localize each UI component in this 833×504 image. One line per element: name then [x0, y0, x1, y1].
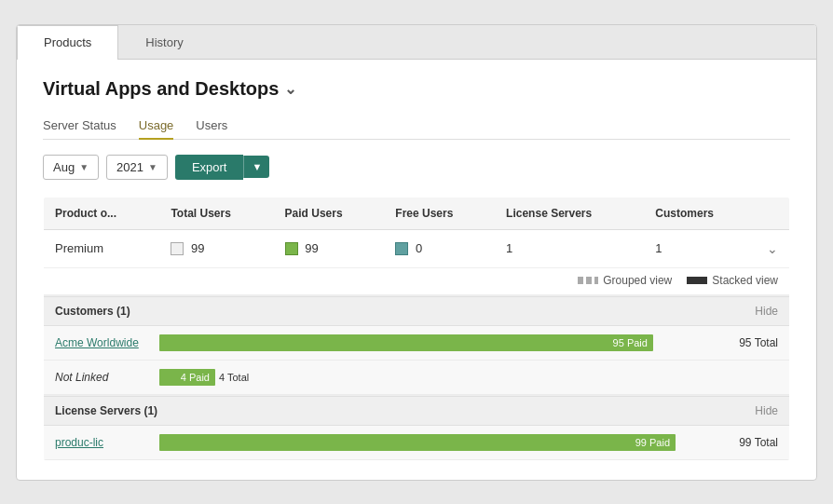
year-dropdown[interactable]: 2021 ▼ [106, 155, 168, 180]
export-button[interactable]: Export [175, 155, 244, 180]
view-toggles-row: Grouped view Stacked view [44, 267, 790, 295]
customer-acme-link[interactable]: Acme Worldwide [55, 336, 148, 349]
license-row-produc: produc-lic 99 Paid 99 Total [44, 426, 789, 460]
cell-license-servers: 1 [495, 229, 644, 267]
license-section-title: License Servers (1) [55, 404, 157, 417]
stacked-view-label: Stacked view [712, 274, 778, 287]
col-paid-users: Paid Users [274, 197, 385, 229]
grouped-view-label: Grouped view [603, 274, 672, 287]
acme-bar: 95 Paid [159, 334, 653, 351]
year-value: 2021 [116, 160, 143, 174]
acme-bar-label: 95 Paid [613, 337, 648, 348]
content-area: Virtual Apps and Desktops ⌄ Server Statu… [17, 60, 816, 480]
not-linked-bar-container: 4 Paid 4 Total [159, 367, 778, 388]
col-product: Product o... [44, 197, 160, 229]
usage-table: Product o... Total Users Paid Users Free… [43, 197, 790, 461]
produc-total: 99 Total [739, 436, 778, 449]
main-window: Products History Virtual Apps and Deskto… [16, 24, 817, 481]
row-expand-icon[interactable]: ⌄ [767, 241, 778, 256]
col-expand [756, 197, 790, 229]
license-section: License Servers (1) Hide produc-lic 99 P… [44, 396, 789, 460]
top-tab-bar: Products History [17, 25, 816, 60]
view-toggles: Grouped view Stacked view [44, 268, 789, 295]
customer-row-not-linked: Not Linked 4 Paid 4 Total [44, 361, 789, 395]
license-produc-link[interactable]: produc-lic [55, 436, 148, 449]
not-linked-bar: 4 Paid [159, 369, 215, 386]
license-section-row: License Servers (1) Hide produc-lic 99 P… [44, 395, 790, 460]
license-section-header: License Servers (1) Hide [44, 396, 789, 426]
acme-bar-container: 95 Paid [159, 333, 720, 353]
produc-bar: 99 Paid [159, 434, 676, 451]
tab-products[interactable]: Products [17, 25, 118, 60]
col-customers: Customers [644, 197, 756, 229]
not-linked-total: 4 Total [219, 372, 249, 383]
not-linked-bar-label: 4 Paid [181, 372, 210, 383]
table-header-row: Product o... Total Users Paid Users Free… [44, 197, 790, 229]
col-license-servers: License Servers [495, 197, 644, 229]
page-title: Virtual Apps and Desktops [43, 78, 279, 100]
col-free-users: Free Users [384, 197, 495, 229]
tab-history[interactable]: History [118, 25, 210, 59]
page-title-chevron-icon[interactable]: ⌄ [284, 80, 296, 98]
month-chevron-icon: ▼ [79, 162, 89, 172]
total-users-icon [171, 242, 184, 255]
customer-row-acme: Acme Worldwide 95 Paid 95 Total [44, 326, 789, 361]
tab-usage[interactable]: Usage [139, 113, 174, 140]
grouped-view-icon [578, 277, 598, 284]
acme-total: 95 Total [739, 336, 778, 349]
stacked-view-icon [687, 277, 707, 284]
page-title-row: Virtual Apps and Desktops ⌄ [43, 78, 790, 100]
tab-server-status[interactable]: Server Status [43, 113, 116, 140]
cell-expand[interactable]: ⌄ [756, 229, 790, 267]
license-hide-link[interactable]: Hide [755, 404, 778, 417]
customers-section: Customers (1) Hide Acme Worldwide 95 Pai… [44, 296, 789, 395]
customers-section-header: Customers (1) Hide [44, 296, 789, 326]
month-dropdown[interactable]: Aug ▼ [43, 155, 99, 180]
toolbar: Aug ▼ 2021 ▼ Export ▼ [43, 155, 790, 180]
customer-not-linked-label: Not Linked [55, 371, 148, 384]
sub-tab-bar: Server Status Usage Users [43, 113, 790, 140]
month-value: Aug [53, 160, 75, 174]
cell-paid-users: 99 [274, 229, 385, 267]
tab-users[interactable]: Users [196, 113, 227, 140]
grouped-view-toggle[interactable]: Grouped view [578, 274, 672, 287]
export-dropdown-button[interactable]: ▼ [243, 156, 269, 178]
export-group: Export ▼ [175, 155, 269, 180]
customers-section-title: Customers (1) [55, 305, 130, 318]
col-total-users: Total Users [159, 197, 273, 229]
customers-section-row: Customers (1) Hide Acme Worldwide 95 Pai… [44, 295, 790, 395]
paid-users-icon [285, 242, 298, 255]
free-users-icon [395, 242, 408, 255]
cell-product: Premium [44, 229, 160, 267]
stacked-view-toggle[interactable]: Stacked view [687, 274, 778, 287]
table-row: Premium 99 99 0 1 1 [44, 229, 790, 267]
year-chevron-icon: ▼ [148, 162, 157, 172]
customers-hide-link[interactable]: Hide [755, 305, 778, 318]
produc-bar-label: 99 Paid [635, 437, 670, 448]
cell-total-users: 99 [159, 229, 273, 267]
cell-free-users: 0 [384, 229, 495, 267]
produc-bar-container: 99 Paid [159, 432, 720, 453]
cell-customers: 1 [644, 229, 756, 267]
